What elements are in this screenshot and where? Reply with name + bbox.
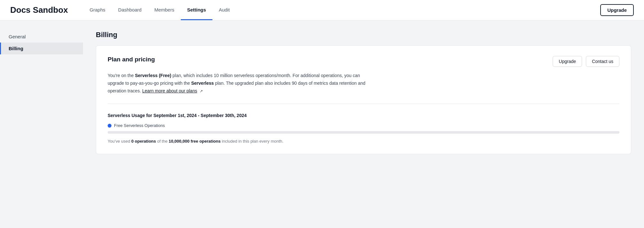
billing-card: Plan and pricing Upgrade Contact us You'… [96,45,631,154]
external-link-icon: ↗ [200,88,203,94]
operations-used: 0 operations [131,139,156,144]
upgrade-button[interactable]: Upgrade [553,56,582,67]
usage-summary: You’ve used 0 operations of the 10,000,0… [108,139,619,144]
description-text-1: You're on the [108,73,135,78]
layout: General Billing Billing Plan and pricing… [0,20,644,228]
header-upgrade-button[interactable]: Upgrade [600,4,634,16]
plan-header: Plan and pricing Upgrade Contact us [108,56,619,67]
tab-audit[interactable]: Audit [212,0,236,20]
free-operations-total: 10,000,000 free operations [169,139,221,144]
usage-text-1: You’ve used [108,139,131,144]
usage-section: Serverless Usage for September 1st, 2024… [108,113,619,144]
section-divider [108,104,619,104]
plan-actions: Upgrade Contact us [553,56,619,67]
plan-description: You're on the Serverless (Free) plan, wh… [108,72,370,95]
progress-bar-container [108,131,619,134]
tab-graphs[interactable]: Graphs [83,0,112,20]
usage-legend: Free Serverless Operations [108,123,619,128]
legend-label: Free Serverless Operations [114,123,165,128]
sidebar-item-billing[interactable]: Billing [0,43,83,54]
contact-us-button[interactable]: Contact us [586,56,619,67]
main-content: Billing Plan and pricing Upgrade Contact… [83,20,644,228]
usage-text-3: included in this plan every month. [222,139,283,144]
header-right: Upgrade [600,4,634,16]
tab-settings[interactable]: Settings [181,0,212,20]
serverless-bold: Serverless [191,81,214,86]
serverless-free-bold: Serverless (Free) [135,73,171,78]
sidebar: General Billing [0,20,83,228]
page-title: Billing [96,31,631,39]
nav-tabs: Graphs Dashboard Members Settings Audit [83,0,601,20]
usage-title: Serverless Usage for September 1st, 2024… [108,113,619,118]
learn-more-link[interactable]: Learn more about our plans [142,88,197,93]
plan-title: Plan and pricing [108,56,155,63]
header: Docs Sandbox Graphs Dashboard Members Se… [0,0,644,20]
sidebar-item-general[interactable]: General [0,31,83,43]
app-title: Docs Sandbox [10,5,68,15]
tab-members[interactable]: Members [148,0,181,20]
legend-dot [108,124,111,128]
usage-text-2: of the [157,139,169,144]
tab-dashboard[interactable]: Dashboard [112,0,148,20]
